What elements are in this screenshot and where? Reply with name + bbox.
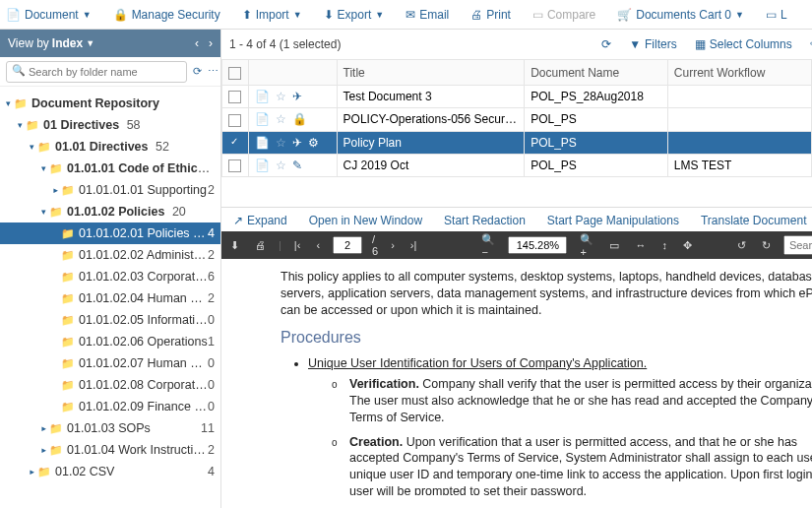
compare-button[interactable]: ▭ Compare [532,8,595,22]
viewer-tabs: ↗ Expand Open in New Window Start Redact… [221,207,812,231]
table-row[interactable]: 📄 ☆ ✈Test Document 3POL_PS_28Aug2018 [222,86,813,108]
star-icon[interactable]: ☆ [276,159,286,172]
email-label: Email [419,8,449,22]
send-icon[interactable]: ✈ [292,90,302,103]
folder-search-input[interactable] [6,61,187,83]
doc-sub-item: Creation. Upon verification that a user … [332,434,812,496]
print-button[interactable]: 🖨 Print [470,8,511,22]
tree-node[interactable]: 📁01.01.02.08 Corporate Com...0 [0,374,220,396]
caret-icon[interactable]: ▾ [14,120,26,130]
zoom-input[interactable] [508,236,567,254]
first-page-icon[interactable]: |‹ [291,239,304,251]
star-icon[interactable]: ☆ [276,112,286,126]
fit-height-icon[interactable]: ↕ [658,239,670,251]
email-button[interactable]: ✉ Email [406,8,449,22]
filters-button[interactable]: ▼ Filters [629,37,677,51]
print-icon[interactable]: 🖨 [252,239,269,251]
zoom-out-icon[interactable]: 🔍− [478,233,498,258]
cell-docname: POL_PS [525,154,668,176]
tree-node[interactable]: 📁01.01.02.09 Finance and Ac...0 [0,396,220,417]
rotate-ccw-icon[interactable]: ↺ [734,239,749,252]
cell-workflow [667,108,811,131]
folder-icon: 📁 [61,314,75,327]
tree-node[interactable]: 📁01.01.02.02 Administration ...2 [0,244,220,266]
export-label: Export [338,8,372,22]
table-row[interactable]: 📄 ☆ 🔒POLICY-Operations-056 Security ...P… [222,108,813,131]
tree-node[interactable]: ▾📁01.01.01 Code of Ethics 19 [0,158,220,179]
prev-page-icon[interactable]: ‹ [313,239,323,251]
fit-width-icon[interactable]: ↔ [632,239,649,251]
rotate-cw-icon[interactable]: ↻ [759,239,774,252]
refresh-tree-icon[interactable]: ⟳ [193,65,202,78]
tree-node[interactable]: 📁01.01.02.03 Corporate Qual...6 [0,266,220,287]
caret-icon[interactable]: ▾ [50,184,60,196]
tree-node[interactable]: ▾📁01 Directives 58 [0,114,220,136]
refresh-grid-icon[interactable]: ⟳ [601,37,611,51]
import-menu[interactable]: ⬆ Import ▼ [242,8,302,22]
manage-security-button[interactable]: 🔒 Manage Security [113,8,220,22]
view-by-label: View by [8,36,49,50]
expand-button[interactable]: ↗ Expand [233,214,287,227]
star-icon[interactable]: ☆ [276,90,286,103]
caret-down-icon: ▼ [735,10,744,20]
chevron-right-icon[interactable]: › [209,36,213,50]
tree-node[interactable]: 📁01.01.02.07 Human Subject...0 [0,352,220,374]
zoom-in-icon[interactable]: 🔍+ [577,233,596,258]
caret-icon[interactable]: ▾ [37,163,49,173]
pan-icon[interactable]: ✥ [680,239,695,252]
chevron-left-icon[interactable]: ‹ [195,36,199,50]
tree-node-selected[interactable]: 📁01.01.02.01 Policies System4 [0,222,220,244]
last-page-icon[interactable]: ›| [407,239,420,251]
download-icon[interactable]: ⬇ [227,239,242,252]
start-page-manipulations-button[interactable]: Start Page Manipulations [547,214,679,227]
next-page-icon[interactable]: › [388,239,398,251]
row-checkbox[interactable] [228,159,241,172]
row-checkbox[interactable] [228,91,241,103]
documents-cart-button[interactable]: 🛒 Documents Cart 0 ▼ [617,8,744,22]
col-docname[interactable]: Document Name [525,60,668,86]
col-title[interactable]: Title [337,60,525,86]
tree-node[interactable]: ▾📁01.01.03 SOPs11 [0,417,220,439]
open-new-window-button[interactable]: Open in New Window [309,214,422,227]
start-redaction-button[interactable]: Start Redaction [444,214,526,227]
col-workflow[interactable]: Current Workflow [667,60,811,86]
row-checkbox[interactable] [228,114,241,127]
caret-icon[interactable]: ▾ [37,207,49,217]
tree-node[interactable]: ▾📁01.01.01.01 Supporting2 [0,179,220,201]
caret-icon[interactable]: ▾ [38,422,48,434]
send-icon[interactable]: ✈ [292,136,302,150]
caret-icon[interactable]: ▾ [27,466,36,477]
tree-node[interactable]: ▾📁01.01.02 Policies 20 [0,201,220,222]
table-row[interactable]: 📄 ☆ ✈ ⚙Policy PlanPOL_PS [222,131,813,154]
tree-node[interactable]: 📁01.01.02.05 Information Te...0 [0,309,220,331]
view-by-bar[interactable]: View by Index ▼ ‹ › [0,30,220,57]
edit-icon[interactable]: ✎ [292,159,302,172]
tree-node[interactable]: ▾📁01.02 CSV4 [0,461,220,482]
folder-icon: 📁 [61,292,75,305]
translate-document-button[interactable]: Translate Document [701,214,807,227]
table-row[interactable]: 📄 ☆ ✎CJ 2019 OctPOL_PSLMS TESTApprova [222,154,813,176]
more-tree-icon[interactable]: ⋯ [208,65,219,78]
tree-node[interactable]: 📁01.01.02.06 Operations1 [0,331,220,352]
gear-icon[interactable]: ⚙ [308,136,319,150]
row-checkbox[interactable] [228,137,241,150]
tree-root[interactable]: ▾📁Document Repository [0,93,220,114]
import-label: Import [256,8,289,22]
document-menu[interactable]: 📄 Document ▼ [6,8,92,22]
tree-node[interactable]: ▾📁01.01.04 Work Instructions2 [0,439,220,461]
folder-icon: 📁 [61,336,75,349]
caret-icon[interactable]: ▾ [26,142,37,152]
export-menu[interactable]: ⬇ Export ▼ [324,8,385,22]
fit-page-icon[interactable]: ▭ [606,239,622,252]
star-icon[interactable]: ☆ [276,136,286,150]
tree-node[interactable]: 📁01.01.02.04 Human Resour...2 [0,287,220,309]
caret-icon[interactable]: ▾ [38,444,48,456]
extra-right-button[interactable]: ▭ L [766,8,787,22]
page-input[interactable] [333,236,362,254]
select-all-header[interactable] [222,60,249,86]
folder-icon: 📁 [61,271,75,284]
tree-node[interactable]: ▾📁01.01 Directives 52 [0,136,220,158]
select-columns-button[interactable]: ▦ Select Columns [695,37,792,51]
caret-icon[interactable]: ▾ [2,98,14,108]
pdf-search-input[interactable] [783,235,812,255]
